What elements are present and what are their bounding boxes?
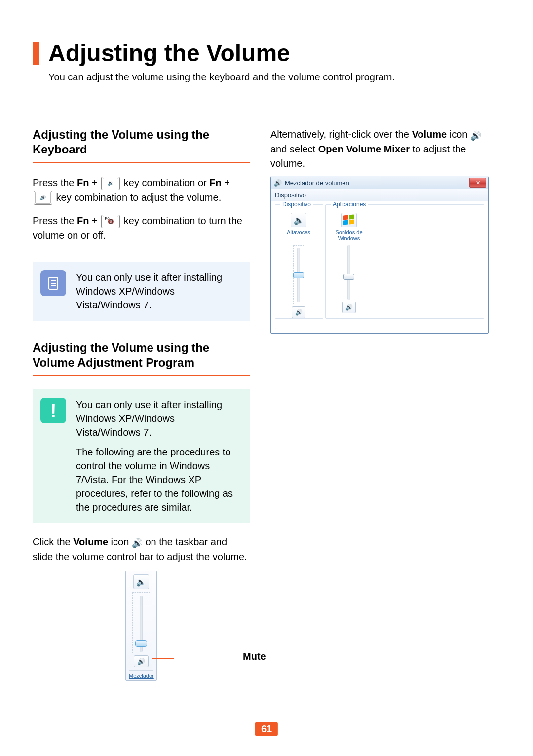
volume-icon: 🔊 <box>132 537 143 550</box>
mute-button: 🔊 <box>342 302 356 313</box>
section-heading-keyboard: Adjusting the Volume using the Keyboard <box>33 127 250 157</box>
volume-slider <box>132 592 150 653</box>
app-icon: 🔊 <box>274 179 282 187</box>
mute-label: Mute <box>243 651 266 662</box>
key-mute-icon: 🔇 <box>101 215 120 228</box>
divider <box>33 375 250 376</box>
keyboard-paragraph-2: Press the Fn + 🔇 key combination to turn… <box>33 214 250 243</box>
mixer-item-speakers: 🔈 Altavoces 🔊 <box>275 210 322 318</box>
volume-mixer-screenshot: 🔊 Mezclador de volumen ✕ Dispositivo Dis… <box>270 176 489 334</box>
mixer-footer <box>275 321 484 329</box>
note-install-2: ! You can only use it after installing W… <box>33 389 250 523</box>
windows-icon <box>341 213 357 227</box>
window-title: Mezclador de volumen <box>285 179 349 187</box>
key-vol-up-icon: 🔊 <box>34 191 52 205</box>
note-text: You can only use it after installing Win… <box>76 270 242 312</box>
keyboard-paragraph-1: Press the Fn + 🔉 key combination or Fn +… <box>33 176 250 205</box>
mute-callout-line <box>152 658 174 659</box>
divider <box>33 162 250 163</box>
mixer-link: Mezclador <box>129 670 153 680</box>
warning-icon: ! <box>40 398 66 423</box>
intro-text: You can adjust the volume using the keyb… <box>48 72 500 83</box>
menu-dispositivo: Dispositivo <box>275 191 306 199</box>
page-title: Adjusting the Volume <box>48 39 290 67</box>
mixer-item-system-sounds: Sonidos de Windows 🔊 <box>326 210 372 318</box>
paper-icon <box>46 276 61 291</box>
mixer-menu: Dispositivo <box>271 189 488 201</box>
group-device-label: Dispositivo <box>280 201 313 208</box>
group-apps-label: Aplicaciones <box>331 201 368 208</box>
volume-popup-screenshot: 🔈 🔊 Mezclador <box>125 571 157 681</box>
title-accent <box>33 42 39 65</box>
taskbar-paragraph: Click the Volume icon 🔊 on the taskbar a… <box>33 535 250 564</box>
volume-icon: 🔊 <box>470 129 481 142</box>
close-icon: ✕ <box>469 178 486 188</box>
note-install-1: You can only use it after installing Win… <box>33 262 250 321</box>
mute-button: 🔊 <box>292 306 305 318</box>
section-heading-program: Adjusting the Volume using the Volume Ad… <box>33 340 250 370</box>
speaker-device-icon: 🔈 <box>291 213 306 227</box>
key-vol-down-icon: 🔉 <box>101 177 120 190</box>
mute-button: 🔊 <box>134 655 149 667</box>
mixer-titlebar: 🔊 Mezclador de volumen ✕ <box>271 176 488 189</box>
speaker-device-icon: 🔈 <box>133 574 149 589</box>
note-icon <box>40 270 66 296</box>
mixer-paragraph: Alternatively, right-click over the Volu… <box>270 127 488 171</box>
note-text: You can only use it after installing Win… <box>76 398 242 514</box>
page-number: 61 <box>255 722 278 736</box>
